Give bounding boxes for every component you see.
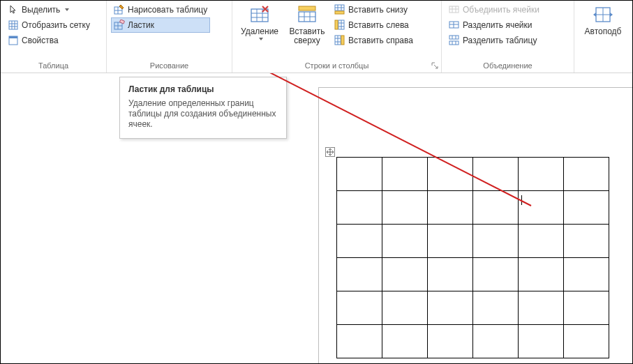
group-rowscols-label: Строки и столбцы (237, 59, 437, 73)
properties-label: Свойства (22, 36, 59, 45)
table-cell[interactable] (428, 325, 473, 358)
group-autofit: Автоподб (574, 1, 632, 73)
chevron-down-icon (259, 38, 263, 40)
group-merge: Объединить ячейки Разделить ячейки Разде… (442, 1, 574, 73)
insert-right-icon (334, 35, 345, 46)
autofit-icon (592, 3, 614, 26)
table-cell[interactable] (519, 158, 564, 191)
svg-rect-46 (449, 36, 459, 39)
svg-rect-13 (119, 20, 124, 24)
table-cell[interactable] (382, 291, 428, 325)
merge-cells-icon (449, 4, 460, 15)
select-button[interactable]: Выделить (5, 2, 93, 17)
insert-left-icon (334, 20, 345, 31)
insert-below-button[interactable]: Вставить снизу (332, 2, 416, 17)
tooltip-body: Удаление определенных границ таблицы для… (128, 98, 278, 130)
table-cell[interactable] (428, 258, 473, 291)
eraser-icon (114, 20, 125, 31)
insert-right-label: Вставить справа (348, 36, 413, 45)
table-cell[interactable] (337, 291, 382, 325)
draw-table-label: Нарисовать таблицу (128, 5, 207, 15)
delete-label: Удаление (241, 27, 278, 36)
table-cell[interactable] (337, 325, 382, 358)
insert-left-button[interactable]: Вставить слева (332, 17, 416, 33)
table-cell[interactable] (473, 258, 519, 291)
group-rowscols: Удаление Вставитьсверху Вставить снизу (232, 1, 442, 73)
svg-rect-23 (299, 6, 315, 10)
show-grid-button[interactable]: Отобразить сетку (5, 17, 93, 33)
table-cell[interactable] (382, 191, 428, 225)
table-cell[interactable] (337, 191, 382, 225)
table-cell[interactable] (473, 225, 519, 258)
table-cell[interactable] (564, 258, 609, 291)
table-cell[interactable] (564, 291, 609, 325)
table-cell[interactable] (337, 258, 382, 291)
tooltip-title: Ластик для таблицы (128, 84, 278, 94)
text-cursor (521, 195, 522, 205)
split-cells-icon (449, 20, 460, 31)
svg-rect-6 (9, 36, 17, 38)
document-table[interactable] (336, 157, 609, 358)
table-cell[interactable] (519, 325, 564, 358)
dialog-launcher-icon[interactable] (430, 61, 439, 70)
eraser-button[interactable]: Ластик (111, 17, 210, 33)
split-table-button[interactable]: Разделить таблицу (446, 33, 542, 48)
table-cell[interactable] (564, 158, 609, 191)
ribbon: Выделить Отобразить сетку Свойства Таб (1, 1, 632, 73)
table-cell[interactable] (428, 291, 473, 325)
table-cell[interactable] (428, 225, 473, 258)
table-cell[interactable] (337, 158, 382, 191)
insert-right-button[interactable]: Вставить справа (332, 33, 416, 48)
table-cell[interactable] (473, 291, 519, 325)
table-cell[interactable] (337, 225, 382, 258)
table-cell[interactable] (473, 191, 519, 225)
properties-button[interactable]: Свойства (5, 33, 93, 48)
table-cell[interactable] (382, 325, 428, 358)
delete-button[interactable]: Удаление (237, 2, 283, 42)
split-table-label: Разделить таблицу (463, 36, 537, 45)
merge-cells-button[interactable]: Объединить ячейки (446, 2, 542, 17)
table-cell[interactable] (428, 191, 473, 225)
autofit-label: Автоподб (585, 27, 622, 36)
merge-cells-label: Объединить ячейки (463, 5, 539, 15)
insert-left-label: Вставить слева (348, 20, 409, 30)
table-cell[interactable] (564, 191, 609, 225)
document-area: Ластик для таблицы Удаление определенных… (1, 73, 632, 363)
autofit-button[interactable]: Автоподб (579, 2, 627, 38)
group-autofit-label (579, 59, 628, 73)
table-cell[interactable] (519, 225, 564, 258)
svg-rect-28 (335, 11, 344, 14)
table-cell[interactable] (473, 325, 519, 358)
select-label: Выделить (22, 5, 60, 15)
group-merge-label: Объединение (446, 59, 569, 73)
properties-icon (8, 35, 19, 46)
insert-above-button[interactable]: Вставитьсверху (283, 2, 332, 47)
svg-rect-14 (251, 9, 268, 22)
table-cell[interactable] (382, 158, 428, 191)
show-grid-label: Отобразить сетку (22, 20, 90, 30)
table-move-handle[interactable] (325, 147, 335, 157)
table-cell[interactable] (382, 225, 428, 258)
pencil-table-icon (114, 4, 125, 15)
table-cell[interactable] (519, 291, 564, 325)
svg-rect-0 (9, 21, 17, 29)
eraser-label: Ластик (128, 20, 154, 30)
table-cell[interactable] (428, 158, 473, 191)
table-cell[interactable] (564, 325, 609, 358)
group-table: Выделить Отобразить сетку Свойства Таб (1, 1, 107, 73)
table-cell[interactable] (519, 191, 564, 225)
table-cell[interactable] (382, 258, 428, 291)
group-drawing: Нарисовать таблицу Ластик Рисование (107, 1, 232, 73)
table-cell[interactable] (519, 258, 564, 291)
table-cell[interactable] (473, 158, 519, 191)
grid-icon (8, 20, 19, 31)
draw-table-button[interactable]: Нарисовать таблицу (111, 2, 210, 17)
split-table-icon (449, 35, 460, 46)
insert-above-label: Вставитьсверху (290, 27, 325, 45)
group-table-label: Таблица (5, 59, 102, 73)
delete-icon (248, 3, 271, 26)
split-cells-button[interactable]: Разделить ячейки (446, 17, 542, 33)
svg-rect-38 (341, 36, 344, 45)
table-cell[interactable] (564, 225, 609, 258)
tooltip: Ластик для таблицы Удаление определенных… (119, 77, 287, 139)
